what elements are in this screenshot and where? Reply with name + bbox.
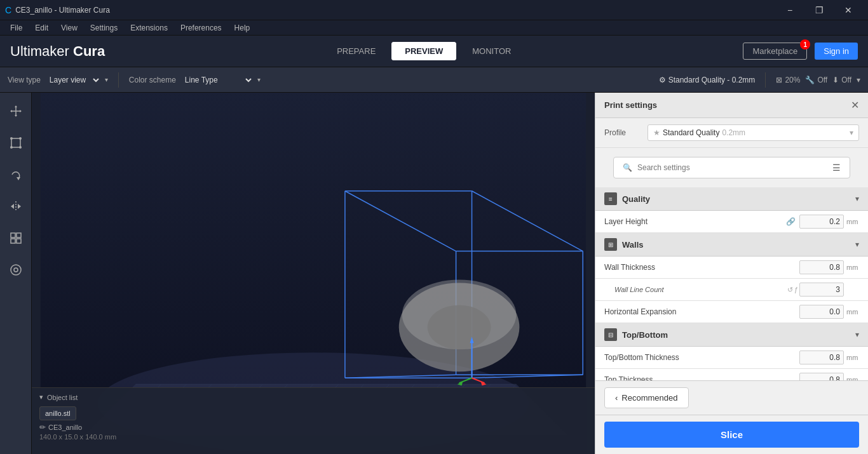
tab-prepare[interactable]: PREPARE	[323, 42, 389, 60]
maximize-button[interactable]: ❐	[804, 0, 834, 20]
tab-preview[interactable]: PREVIEW	[391, 42, 456, 60]
walls-section-header[interactable]: ⊞ Walls ▾	[595, 233, 868, 257]
top-navigation: Ultimaker Cura PREPARE PREVIEW MONITOR M…	[0, 36, 868, 67]
horizontal-expansion-input[interactable]	[799, 305, 844, 319]
marketplace-badge: 1	[800, 39, 810, 50]
layer-height-input[interactable]	[799, 215, 844, 229]
top-thickness-row: Top Thickness mm	[595, 369, 868, 380]
adhesion-item[interactable]: ⬇ Off	[832, 76, 851, 84]
search-input[interactable]	[637, 163, 827, 172]
tool-scale[interactable]	[5, 132, 27, 154]
logo-bold: Cura	[73, 43, 105, 59]
recommended-bar: ‹ Recommended	[595, 380, 868, 415]
close-settings-button[interactable]: ✕	[851, 99, 859, 111]
3d-viewport[interactable]: ▾ Object list anillo.stl ✏ CE3_anillo 14…	[32, 93, 595, 454]
toolbar-expand-icon[interactable]: ▾	[857, 76, 860, 84]
layer-height-unit: mm	[846, 218, 859, 225]
menu-file[interactable]: File	[5, 22, 27, 34]
settings-content: ≡ Quality ▾ Layer Height 🔗 mm ⊞ Walls ▾ …	[595, 187, 868, 380]
quality-selector-button[interactable]: ⚙ Standard Quality - 0.2mm	[659, 76, 756, 84]
menu-extensions[interactable]: Extensions	[125, 22, 173, 34]
color-scheme-select[interactable]: Line Type Layer Thickness	[180, 74, 254, 86]
search-icon: 🔍	[623, 163, 632, 172]
profile-name: Standard Quality	[663, 128, 719, 137]
star-icon: ★	[653, 128, 660, 137]
slice-button[interactable]: Slice	[604, 422, 859, 448]
marketplace-button[interactable]: Marketplace 1	[743, 43, 807, 60]
wall-thickness-label: Wall Thickness	[604, 263, 799, 272]
topbottom-thickness-row: Top/Bottom Thickness mm	[595, 347, 868, 369]
horizontal-expansion-label: Horizontal Expansion	[604, 307, 799, 316]
support-label: Off	[817, 76, 827, 84]
topbottom-thickness-input[interactable]	[799, 351, 844, 364]
menu-view[interactable]: View	[56, 22, 83, 34]
svg-marker-4	[10, 110, 12, 112]
menu-edit[interactable]: Edit	[30, 22, 53, 34]
object-dimensions: 140.0 x 15.0 x 140.0 mm	[39, 433, 587, 441]
view-type-select[interactable]: Layer view Solid view X-Ray view	[44, 74, 101, 86]
topbottom-thickness-unit: mm	[846, 354, 859, 361]
svg-point-20	[14, 268, 18, 272]
object-list-panel: ▾ Object list anillo.stl ✏ CE3_anillo 14…	[32, 387, 595, 454]
menubar: File Edit View Settings Extensions Prefe…	[0, 20, 868, 36]
svg-point-7	[10, 137, 13, 140]
adhesion-icon: ⬇	[832, 76, 839, 84]
close-button[interactable]: ✕	[834, 0, 863, 20]
color-scheme-selector[interactable]: Color scheme Line Type Layer Thickness ▾	[129, 74, 261, 86]
svg-rect-17	[11, 239, 15, 243]
svg-rect-15	[11, 233, 15, 237]
color-scheme-arrow: ▾	[257, 76, 261, 83]
wall-line-count-input[interactable]	[799, 283, 844, 297]
topbottom-section-header[interactable]: ⊟ Top/Bottom ▾	[595, 323, 868, 347]
svg-point-65	[402, 279, 517, 349]
layer-height-link-icon: 🔗	[786, 217, 796, 226]
horizontal-expansion-unit: mm	[846, 308, 859, 316]
svg-marker-5	[20, 110, 22, 112]
marketplace-label: Marketplace	[752, 46, 797, 56]
support-icon: 🔧	[805, 76, 815, 84]
tool-support[interactable]	[5, 259, 27, 281]
settings-icon: ⚙	[659, 76, 666, 84]
svg-rect-18	[17, 239, 21, 243]
support-item[interactable]: 🔧 Off	[805, 76, 827, 84]
color-scheme-label: Color scheme	[129, 76, 176, 84]
nav-tabs: PREPARE PREVIEW MONITOR	[323, 42, 524, 60]
tool-per-model[interactable]	[5, 227, 27, 249]
profile-chevron: ▾	[850, 128, 853, 137]
main-area: ▾ Object list anillo.stl ✏ CE3_anillo 14…	[0, 93, 868, 454]
tool-move[interactable]	[5, 100, 27, 122]
main-toolbar: View type Layer view Solid view X-Ray vi…	[0, 67, 868, 93]
menu-preferences[interactable]: Preferences	[175, 22, 227, 34]
object-file-item[interactable]: anillo.stl	[39, 406, 76, 420]
menu-help[interactable]: Help	[229, 22, 255, 34]
recommended-button[interactable]: ‹ Recommended	[604, 387, 689, 408]
tool-mirror[interactable]	[5, 196, 27, 217]
view-type-selector[interactable]: View type Layer view Solid view X-Ray vi…	[8, 74, 108, 86]
svg-point-10	[19, 146, 22, 149]
object-name: CE3_anillo	[48, 424, 82, 431]
wall-thickness-input[interactable]	[799, 260, 844, 274]
search-bar[interactable]: 🔍 ☰	[613, 157, 850, 178]
object-list-header[interactable]: ▾ Object list	[39, 393, 587, 401]
quality-section-header[interactable]: ≡ Quality ▾	[595, 187, 868, 211]
walls-icon: ⊞	[604, 238, 617, 251]
top-thickness-input[interactable]	[799, 373, 844, 380]
profile-select[interactable]: ★ Standard Quality 0.2mm ▾	[648, 124, 859, 141]
formula-icon[interactable]: ƒ	[794, 286, 798, 293]
topbottom-icon: ⊟	[604, 328, 617, 341]
tab-monitor[interactable]: MONITOR	[459, 42, 524, 60]
svg-point-8	[19, 137, 22, 140]
settings-menu-icon[interactable]: ☰	[832, 163, 841, 173]
compatibility-item: ⊠ 20%	[776, 76, 800, 84]
recommended-label: Recommended	[621, 393, 677, 403]
layer-height-row: Layer Height 🔗 mm	[595, 211, 868, 233]
minimize-button[interactable]: −	[775, 0, 804, 20]
svg-marker-13	[11, 204, 14, 209]
reset-icon[interactable]: ↺	[787, 286, 793, 294]
tool-rotate[interactable]	[5, 164, 27, 185]
quality-label: Standard Quality - 0.2mm	[668, 76, 756, 84]
signin-button[interactable]: Sign in	[815, 43, 858, 60]
print-settings-panel: Print settings ✕ Profile ★ Standard Qual…	[595, 93, 868, 454]
menu-settings[interactable]: Settings	[85, 22, 123, 34]
topbottom-thickness-label: Top/Bottom Thickness	[604, 353, 799, 362]
